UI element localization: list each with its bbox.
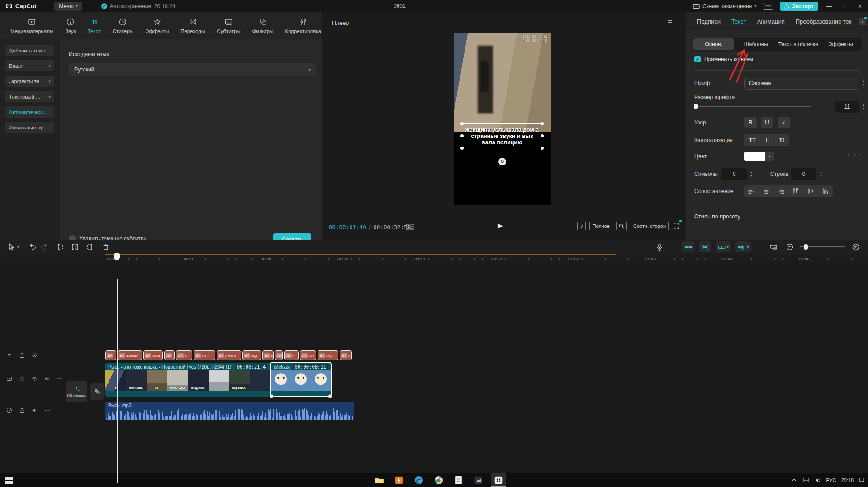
quality-button[interactable]: Полное (589, 222, 612, 230)
timeline-zoom-slider[interactable] (800, 246, 845, 247)
align-right-icon[interactable] (778, 188, 785, 194)
slider-handle[interactable] (694, 104, 698, 109)
font-size-slider[interactable] (694, 106, 811, 107)
taskbar-app-downloader[interactable] (392, 473, 406, 487)
media-tab-adjust[interactable]: Корректировка (279, 18, 327, 34)
caps-title-button[interactable]: Tt (779, 137, 784, 143)
lock-icon[interactable] (19, 407, 26, 414)
mute-icon[interactable] (44, 375, 52, 383)
magnetic-snap-toggle[interactable] (682, 241, 694, 252)
visibility-icon[interactable] (32, 375, 39, 383)
properties-tab-1[interactable]: Текст (731, 18, 746, 25)
clip-trim-handles[interactable] (271, 396, 331, 397)
resize-handle-ml[interactable] (460, 134, 464, 137)
slider-handle[interactable] (804, 244, 808, 250)
font-select[interactable]: Система (744, 77, 858, 90)
text-segment[interactable]: A≡ у него (217, 350, 241, 360)
taskbar-app-chrome[interactable] (432, 473, 446, 487)
valign-bottom-icon[interactable] (822, 188, 829, 194)
split-left-button[interactable] (55, 242, 66, 252)
volume-icon[interactable] (32, 407, 39, 414)
resize-handle-tl[interactable] (460, 122, 464, 125)
sidebar-item-1[interactable]: Ваши ▾ (5, 60, 54, 71)
taskbar-app-edge[interactable] (412, 473, 426, 487)
language-indicator[interactable]: РУС (826, 478, 836, 483)
media-tab-filters[interactable]: Фильтры (247, 18, 280, 34)
touch-keyboard-icon[interactable] (802, 477, 809, 483)
video-clip[interactable]: Рысь - это тоже кошка - Новостной Гусь (… (105, 363, 270, 397)
sidebar-item-0[interactable]: Добавить текст (5, 45, 54, 56)
edit-text-button[interactable]: ✎ (90, 383, 104, 400)
preview-snap-toggle[interactable]: ▾ (735, 241, 751, 252)
font-stepper[interactable]: ▴▾ (860, 77, 867, 89)
auto-ripple-toggle[interactable] (699, 241, 711, 252)
video-preview[interactable]: 2025-05-22 05: AXON BODY 4 D женщина усл… (454, 33, 551, 205)
linking-toggle[interactable]: ▾ (716, 241, 731, 252)
media-tab-media[interactable]: Медиаматериалы (5, 18, 59, 34)
align-left-icon[interactable] (748, 188, 755, 194)
aspect-ratio-button[interactable]: Соотн. сторон (631, 222, 669, 230)
timeline-scale-button[interactable] (768, 242, 779, 252)
properties-tab-3[interactable]: Преобразование тек (796, 18, 852, 25)
start-button[interactable] (5, 477, 13, 484)
valign-top-icon[interactable] (792, 188, 799, 194)
delete-button[interactable] (100, 242, 112, 252)
font-size-value[interactable]: 11 (835, 101, 859, 113)
subtitle-text[interactable]: женщина услышала дом а странные звуки и … (464, 127, 541, 146)
media-tab-transition[interactable]: Переходы (175, 18, 211, 34)
align-center-icon[interactable] (763, 188, 770, 194)
record-voiceover-button[interactable] (654, 242, 665, 252)
close-button[interactable]: × (855, 2, 864, 10)
taskbar-app-photos[interactable] (471, 473, 486, 487)
valign-middle-icon[interactable] (807, 188, 814, 194)
color-swatch[interactable] (744, 152, 765, 161)
text-track-icon[interactable]: T (6, 352, 14, 359)
lock-icon[interactable] (19, 375, 26, 383)
text-segment[interactable]: A≡ (105, 350, 116, 360)
line-stepper[interactable]: ▴▾ (817, 168, 825, 180)
text-segment[interactable]: A≡ а (176, 350, 192, 360)
bold-button[interactable]: B (744, 117, 757, 128)
notification-icon[interactable] (859, 477, 865, 483)
more-options-icon[interactable] (44, 407, 52, 414)
select-tool-button[interactable] (5, 242, 17, 252)
chars-value[interactable]: 0 (721, 168, 747, 180)
tabs-overflow-button[interactable]: › (859, 18, 866, 25)
zoom-in-button[interactable] (850, 242, 862, 252)
captions-toggle-icon[interactable]: ▭▭ (763, 3, 773, 10)
resize-handle-br[interactable] (541, 147, 544, 150)
language-select[interactable]: Русский ▾ (69, 63, 316, 76)
subtitle-list-icon[interactable] (406, 224, 415, 231)
media-tab-sticker[interactable]: Стикеры (107, 18, 139, 34)
sidebar-item-5[interactable]: Локальные су... (5, 122, 54, 133)
media-tab-captions[interactable]: Субтитры (211, 18, 246, 34)
split-button[interactable] (69, 242, 81, 252)
text-segment[interactable]: A≡ пока (143, 350, 163, 360)
split-right-button[interactable] (84, 242, 95, 252)
menu-button[interactable]: Меню ▾ (54, 2, 82, 11)
italic-button[interactable]: I (778, 117, 790, 128)
text-segment[interactable]: A≡ слу (318, 350, 338, 360)
text-segment[interactable]: A≡ н (284, 350, 299, 360)
rotate-handle[interactable]: ↻ (498, 158, 506, 165)
keyframe-controls[interactable]: ‹◇› (848, 151, 863, 158)
fullscreen-icon[interactable] (672, 222, 681, 230)
text-segment[interactable]: A≡ по п (194, 350, 215, 360)
line-value[interactable]: 0 (791, 168, 816, 180)
visibility-icon[interactable] (32, 352, 39, 359)
taskbar-app-notepad[interactable] (451, 473, 466, 487)
caps-upper-button[interactable]: TT (749, 137, 756, 143)
resize-handle-mr[interactable] (541, 134, 544, 137)
resize-handle-bl[interactable] (460, 147, 464, 150)
font-size-stepper[interactable]: ▴▾ (860, 101, 867, 113)
sidebar-item-3[interactable]: Текстовый ... ▾ (5, 91, 54, 102)
underline-button[interactable]: U (761, 117, 773, 128)
volume-icon[interactable] (814, 477, 821, 483)
media-tab-text[interactable]: TI Текст (82, 18, 107, 34)
text-subtab-3[interactable]: Эффекты (821, 38, 861, 50)
subtitle-selection-box[interactable]: женщина услышала дом а странные звуки и … (462, 123, 542, 148)
restore-button[interactable]: □ (840, 3, 849, 9)
properties-tab-2[interactable]: Анимация (757, 18, 785, 25)
text-segment[interactable]: A≡ под (242, 350, 261, 360)
text-segment[interactable]: A≡ женщи (118, 350, 142, 360)
